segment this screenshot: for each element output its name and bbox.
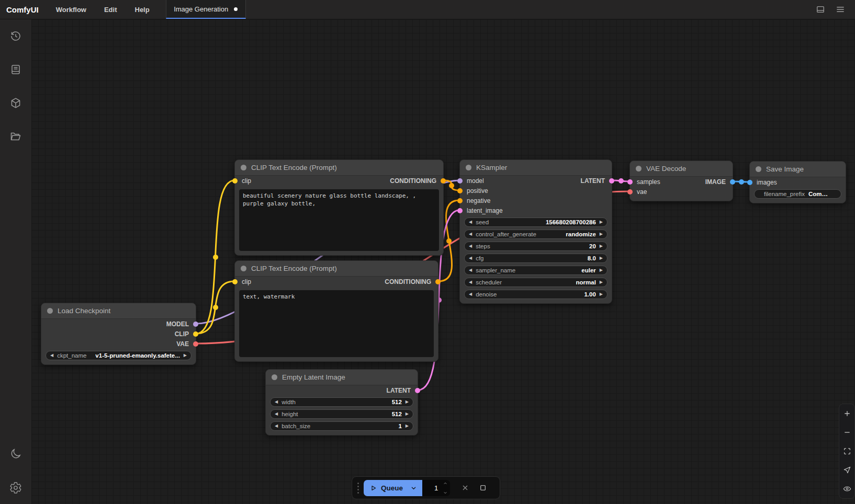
history-icon[interactable]: [9, 30, 22, 42]
queue-button[interactable]: Queue: [364, 480, 409, 496]
widget-batch-size[interactable]: ◀ batch_size 1 ▶: [270, 421, 413, 431]
increment-arrow-icon[interactable]: ▶: [600, 256, 603, 260]
port-latent-output[interactable]: [609, 178, 614, 184]
decrement-arrow-icon[interactable]: ◀: [275, 424, 278, 428]
widget-scheduler[interactable]: ◀ scheduler normal ▶: [464, 278, 608, 287]
node-empty-latent-image[interactable]: Empty Latent Image LATENT ◀ width 512 ▶ …: [265, 369, 418, 436]
port-model-output[interactable]: [193, 322, 198, 327]
port-positive-input[interactable]: [457, 188, 463, 193]
increment-arrow-icon[interactable]: ▶: [184, 353, 187, 358]
node-save-image[interactable]: Save Image images filename_prefix ComfyU…: [749, 161, 846, 203]
node-load-checkpoint[interactable]: Load Checkpoint MODEL CLIP VAE ◀ ckpt_na…: [41, 303, 196, 365]
drag-handle[interactable]: [357, 483, 359, 494]
decrement-arrow-icon[interactable]: ◀: [469, 268, 472, 272]
collapse-dot-icon[interactable]: [756, 166, 761, 172]
stepper-down-icon[interactable]: [443, 490, 448, 495]
port-vae-input[interactable]: [627, 189, 633, 194]
decrement-arrow-icon[interactable]: ◀: [50, 353, 53, 358]
graph-canvas[interactable]: Load Checkpoint MODEL CLIP VAE ◀ ckpt_na…: [31, 19, 855, 504]
prompt-textarea[interactable]: text, watermark: [239, 290, 434, 357]
widget-seed[interactable]: ◀ seed 156680208700286 ▶: [464, 217, 608, 227]
collapse-dot-icon[interactable]: [241, 266, 246, 271]
stepper-up-icon[interactable]: [443, 481, 448, 486]
clear-x-icon[interactable]: [458, 480, 473, 495]
panel-bottom-icon[interactable]: [815, 4, 826, 15]
widget-width[interactable]: ◀ width 512 ▶: [270, 397, 413, 407]
widget-ckpt-name[interactable]: ◀ ckpt_name v1-5-pruned-emaonly.safete..…: [46, 351, 192, 360]
collapse-dot-icon[interactable]: [272, 374, 277, 380]
increment-arrow-icon[interactable]: ▶: [600, 244, 603, 248]
node-clip-text-encode-positive[interactable]: CLIP Text Encode (Prompt) clip CONDITION…: [234, 159, 444, 256]
port-vae-output[interactable]: [193, 341, 198, 347]
menu-item-workflow[interactable]: Workflow: [47, 0, 95, 19]
port-clip-input[interactable]: [232, 279, 238, 284]
node-library-icon[interactable]: [9, 63, 22, 76]
eye-icon[interactable]: [843, 485, 851, 493]
port-clip-output[interactable]: [193, 331, 198, 337]
decrement-arrow-icon[interactable]: ◀: [469, 244, 472, 248]
decrement-arrow-icon[interactable]: ◀: [275, 412, 278, 416]
port-latent-image-input[interactable]: [457, 208, 463, 213]
widget-steps[interactable]: ◀ steps 20 ▶: [464, 242, 608, 251]
model-library-icon[interactable]: [9, 97, 22, 109]
increment-arrow-icon[interactable]: ▶: [600, 268, 603, 272]
moon-icon[interactable]: [9, 448, 22, 460]
node-header[interactable]: CLIP Text Encode (Prompt): [235, 160, 443, 176]
widget-filename-prefix[interactable]: filename_prefix ComfyUI: [754, 189, 841, 199]
widget-height[interactable]: ◀ height 512 ▶: [270, 409, 413, 419]
port-model-input[interactable]: [457, 178, 463, 184]
stop-square-icon[interactable]: [476, 480, 490, 495]
workflows-folder-icon[interactable]: [9, 130, 22, 143]
collapse-dot-icon[interactable]: [636, 166, 642, 171]
widget-denoise[interactable]: ◀ denoise 1.00 ▶: [464, 290, 608, 299]
widget-control-after-generate[interactable]: ◀ control_after_generate randomize ▶: [464, 230, 608, 239]
pan-cursor-icon[interactable]: [843, 466, 851, 474]
node-clip-text-encode-negative[interactable]: CLIP Text Encode (Prompt) clip CONDITION…: [234, 260, 438, 362]
prompt-textarea[interactable]: beautiful scenery nature glass bottle la…: [239, 189, 439, 251]
collapse-dot-icon[interactable]: [466, 165, 471, 170]
widget-sampler-name[interactable]: ◀ sampler_name euler ▶: [464, 266, 608, 275]
increment-arrow-icon[interactable]: ▶: [406, 412, 409, 416]
port-clip-input[interactable]: [232, 178, 238, 184]
port-image-output[interactable]: [730, 179, 735, 185]
decrement-arrow-icon[interactable]: ◀: [469, 256, 472, 260]
node-ksampler[interactable]: KSampler model LATENT positive negative …: [459, 159, 612, 304]
port-images-input[interactable]: [747, 180, 752, 185]
increment-arrow-icon[interactable]: ▶: [600, 232, 603, 236]
increment-arrow-icon[interactable]: ▶: [600, 220, 603, 224]
port-negative-input[interactable]: [457, 198, 463, 203]
zoom-in-icon[interactable]: [843, 409, 851, 418]
increment-arrow-icon[interactable]: ▶: [406, 400, 409, 404]
port-conditioning-output[interactable]: [435, 279, 441, 284]
gear-icon[interactable]: [9, 482, 22, 494]
node-vae-decode[interactable]: VAE Decode samples IMAGE vae: [629, 161, 733, 201]
port-samples-input[interactable]: [627, 179, 633, 185]
menu-icon[interactable]: [835, 4, 846, 15]
fit-view-icon[interactable]: [843, 447, 851, 455]
decrement-arrow-icon[interactable]: ◀: [469, 280, 472, 284]
decrement-arrow-icon[interactable]: ◀: [469, 292, 472, 296]
node-header[interactable]: Save Image: [750, 162, 846, 177]
port-conditioning-output[interactable]: [441, 178, 446, 184]
zoom-out-icon[interactable]: [843, 428, 851, 437]
node-header[interactable]: CLIP Text Encode (Prompt): [235, 261, 438, 277]
increment-arrow-icon[interactable]: ▶: [406, 424, 409, 428]
menu-item-help[interactable]: Help: [126, 0, 159, 19]
decrement-arrow-icon[interactable]: ◀: [469, 220, 472, 224]
node-header[interactable]: Empty Latent Image: [266, 370, 418, 385]
queue-options-chevron[interactable]: [409, 480, 422, 496]
increment-arrow-icon[interactable]: ▶: [600, 280, 603, 284]
tab-image-generation[interactable]: Image Generation: [166, 0, 246, 19]
node-header[interactable]: KSampler: [460, 160, 612, 176]
collapse-dot-icon[interactable]: [241, 165, 246, 170]
menu-item-edit[interactable]: Edit: [95, 0, 126, 19]
decrement-arrow-icon[interactable]: ◀: [275, 400, 278, 404]
node-header[interactable]: Load Checkpoint: [41, 303, 196, 319]
port-latent-output[interactable]: [415, 388, 420, 393]
node-header[interactable]: VAE Decode: [630, 161, 733, 177]
widget-cfg[interactable]: ◀ cfg 8.0 ▶: [464, 254, 608, 263]
decrement-arrow-icon[interactable]: ◀: [469, 232, 472, 236]
batch-count-input[interactable]: 1: [422, 480, 450, 496]
increment-arrow-icon[interactable]: ▶: [600, 292, 603, 296]
collapse-dot-icon[interactable]: [47, 308, 53, 314]
